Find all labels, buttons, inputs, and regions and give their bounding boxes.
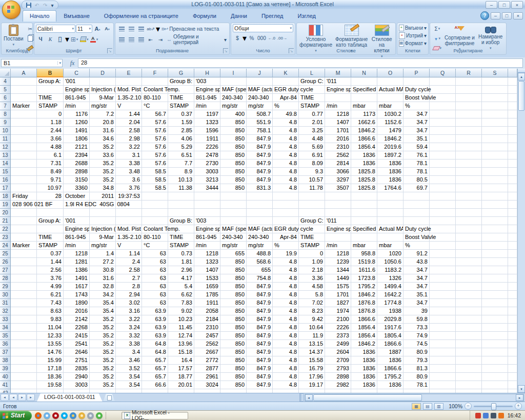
cell-F6[interactable]: 80-110	[142, 94, 168, 102]
delete-cells-button[interactable]: Изтрий▾	[399, 32, 427, 39]
cell-O29[interactable]: 1499.4	[377, 283, 403, 291]
cell-O33[interactable]: 2029.8	[377, 315, 403, 324]
cell-A24[interactable]: Marker	[11, 242, 37, 250]
cell-F4[interactable]	[142, 77, 168, 86]
cell-partial[interactable]	[508, 184, 517, 192]
cell-Q33[interactable]	[430, 315, 456, 324]
comma-style-button[interactable]: 000	[257, 34, 267, 43]
cell-H40[interactable]: 2961	[194, 373, 220, 381]
cell-A31[interactable]	[11, 299, 37, 307]
cell-M5[interactable]: Engine sp	[325, 86, 351, 94]
cell-Q42[interactable]	[430, 389, 456, 393]
ribbon-tab[interactable]: Оформление на страниците	[97, 10, 186, 22]
cell-C30[interactable]: 1743	[64, 291, 90, 299]
cell-K23[interactable]: Apr-84	[273, 233, 299, 242]
cell-E34[interactable]: 3.24	[116, 324, 142, 332]
row-header-20[interactable]: 20	[0, 209, 11, 217]
row-header-9[interactable]: 9	[0, 118, 11, 127]
formula-input[interactable]: 28	[78, 58, 523, 68]
cell-K31[interactable]: 4.8	[273, 299, 299, 307]
cell-J28[interactable]: 754.8	[247, 274, 273, 283]
cell-H22[interactable]: Engine sp	[194, 225, 220, 233]
cell-M4[interactable]: '011	[325, 77, 351, 86]
cell-A27[interactable]	[11, 266, 37, 274]
row-header-42[interactable]: 42	[0, 389, 11, 393]
cell-O39[interactable]: 1866.6	[377, 365, 403, 373]
vertical-scroll-track[interactable]	[518, 111, 525, 335]
cell-M13[interactable]: 2562	[325, 151, 351, 159]
cell-M18[interactable]	[325, 192, 351, 201]
format-as-table-button[interactable]: Форматиране като таблица▾	[334, 24, 369, 59]
cell-L23[interactable]: TIME	[299, 233, 325, 242]
cell-F36[interactable]: 64.8	[142, 340, 168, 348]
cell-partial[interactable]	[508, 143, 517, 151]
orientation-button[interactable]	[146, 25, 155, 34]
cell-M20[interactable]	[325, 209, 351, 217]
cell-R42[interactable]	[456, 389, 482, 393]
cell-J15[interactable]: 847.9	[247, 168, 273, 176]
cell-A16[interactable]	[11, 176, 37, 184]
cell-partial[interactable]	[508, 381, 517, 389]
cell-A11[interactable]	[11, 135, 37, 143]
cell-D16[interactable]: 35.2	[90, 176, 116, 184]
cell-C17[interactable]: 3360	[64, 184, 90, 192]
cell-E27[interactable]: 2.58	[116, 266, 142, 274]
cell-C8[interactable]: 1176	[64, 110, 90, 118]
shrink-font-button[interactable]	[103, 24, 112, 33]
cell-P36[interactable]: 74.5	[403, 340, 430, 348]
cell-E7[interactable]: V	[116, 102, 142, 110]
cell-K34[interactable]: 4.8	[273, 324, 299, 332]
cell-K22[interactable]: EGR duty cycle	[273, 225, 299, 233]
align-right-button[interactable]	[136, 35, 146, 44]
row-header-30[interactable]: 30	[0, 291, 11, 299]
cut-button[interactable]	[26, 24, 35, 33]
row-header-28[interactable]: 28	[0, 274, 11, 283]
cell-N24[interactable]: mbar	[351, 242, 377, 250]
cell-B9[interactable]: 1.18	[37, 118, 64, 127]
cell-B21[interactable]: Group A:	[37, 217, 64, 225]
cell-M32[interactable]: 1974	[325, 307, 351, 315]
cell-B11[interactable]: 3.66	[37, 135, 64, 143]
cell-B18[interactable]: 28	[37, 192, 64, 201]
cell-S42[interactable]	[482, 389, 508, 393]
cell-P10[interactable]: 34.7	[403, 127, 430, 135]
cell-S4[interactable]	[482, 77, 508, 86]
cell-partial[interactable]	[508, 389, 517, 393]
cell-A25[interactable]	[11, 250, 37, 258]
cell-R33[interactable]	[456, 315, 482, 324]
cell-Q19[interactable]	[430, 201, 456, 209]
cell-M17[interactable]: 3507	[325, 184, 351, 192]
increase-indent-button[interactable]	[156, 35, 165, 44]
cell-K37[interactable]: 4.8	[273, 348, 299, 356]
conditional-formatting-button[interactable]: Условно форматиране▾	[298, 24, 333, 59]
underline-button[interactable]: П	[55, 35, 65, 44]
cell-B23[interactable]: TIME	[37, 233, 64, 242]
cell-O41[interactable]: 1836	[377, 381, 403, 389]
cell-K42[interactable]	[273, 389, 299, 393]
cell-C32[interactable]: 2016	[64, 307, 90, 315]
cell-E18[interactable]: 19:37:53	[116, 192, 142, 201]
cell-C20[interactable]	[64, 209, 90, 217]
cell-M37[interactable]: 2604	[325, 348, 351, 356]
cell-partial[interactable]	[508, 102, 517, 110]
italic-button[interactable]: К	[46, 35, 55, 44]
column-header-K[interactable]: K	[273, 69, 299, 77]
cell-partial[interactable]	[508, 283, 517, 291]
cell-S26[interactable]	[482, 258, 508, 266]
horizontal-scroll-thumb[interactable]	[313, 394, 422, 401]
cell-partial[interactable]	[508, 94, 517, 102]
cell-partial[interactable]	[508, 291, 517, 299]
cell-partial[interactable]	[508, 192, 517, 201]
cell-K18[interactable]	[273, 192, 299, 201]
row-header-36[interactable]: 36	[0, 340, 11, 348]
row-header-12[interactable]: 12	[0, 143, 11, 151]
cell-H6[interactable]: 861-945	[194, 94, 220, 102]
tray-network-icon[interactable]	[483, 413, 489, 418]
cell-H32[interactable]: 2058	[194, 307, 220, 315]
cell-B4[interactable]: Group A:	[37, 77, 64, 86]
cell-Q34[interactable]	[430, 324, 456, 332]
cell-H41[interactable]: 3024	[194, 381, 220, 389]
cell-B8[interactable]: 0	[37, 110, 64, 118]
cell-G16[interactable]: 10.13	[168, 176, 194, 184]
cell-F40[interactable]: 65.7	[142, 373, 168, 381]
